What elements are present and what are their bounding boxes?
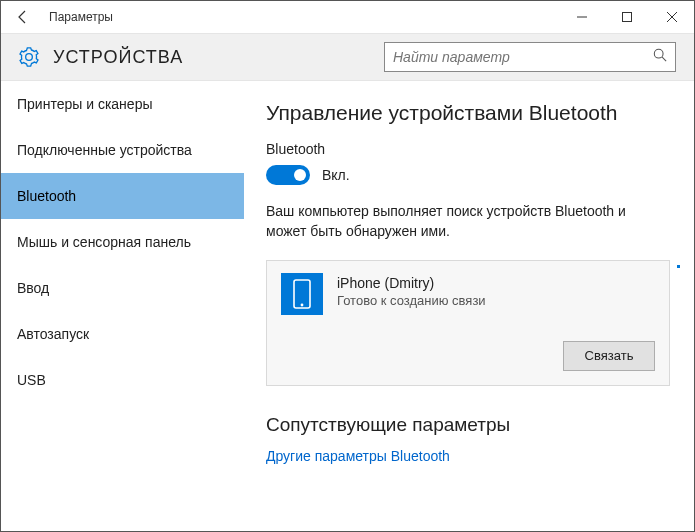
bluetooth-toggle-state: Вкл. xyxy=(322,167,350,183)
sidebar-item-label: Bluetooth xyxy=(17,188,76,204)
arrow-left-icon xyxy=(15,9,31,25)
bluetooth-description: Ваш компьютер выполняет поиск устройств … xyxy=(266,201,670,242)
sidebar: Принтеры и сканеры Подключенные устройст… xyxy=(1,81,244,531)
svg-point-4 xyxy=(654,49,663,58)
close-icon xyxy=(667,12,677,22)
phone-icon xyxy=(281,273,323,315)
sidebar-item-bluetooth[interactable]: Bluetooth xyxy=(1,173,244,219)
close-button[interactable] xyxy=(649,1,694,33)
maximize-button[interactable] xyxy=(604,1,649,33)
sidebar-item-autoplay[interactable]: Автозапуск xyxy=(1,311,244,357)
sidebar-item-label: Принтеры и сканеры xyxy=(17,96,152,112)
minimize-icon xyxy=(577,12,587,22)
svg-line-5 xyxy=(662,57,666,61)
search-input[interactable] xyxy=(393,49,647,65)
titlebar: Параметры xyxy=(1,1,694,33)
svg-point-8 xyxy=(301,303,304,306)
content-pane: Управление устройствами Bluetooth Blueto… xyxy=(244,81,694,531)
gear-icon xyxy=(19,47,39,67)
sidebar-item-connected-devices[interactable]: Подключенные устройства xyxy=(1,127,244,173)
minimize-button[interactable] xyxy=(559,1,604,33)
bluetooth-toggle[interactable] xyxy=(266,165,310,185)
body: Принтеры и сканеры Подключенные устройст… xyxy=(1,81,694,531)
sidebar-item-label: USB xyxy=(17,372,46,388)
window-controls xyxy=(559,1,694,33)
settings-window: Параметры УСТРОЙСТВА Принтеры и ск xyxy=(0,0,695,532)
device-name: iPhone (Dmitry) xyxy=(337,275,655,291)
device-actions: Связать xyxy=(281,341,655,371)
sidebar-item-label: Автозапуск xyxy=(17,326,89,342)
page-title: Управление устройствами Bluetooth xyxy=(266,101,670,125)
device-card[interactable]: iPhone (Dmitry) Готово к созданию связи … xyxy=(266,260,670,386)
search-box[interactable] xyxy=(384,42,676,72)
sidebar-item-label: Мышь и сенсорная панель xyxy=(17,234,191,250)
sidebar-item-label: Ввод xyxy=(17,280,49,296)
toggle-knob-icon xyxy=(294,169,306,181)
search-icon xyxy=(653,48,667,66)
scanning-indicator-icon xyxy=(677,265,680,268)
sidebar-item-mouse-touchpad[interactable]: Мышь и сенсорная панель xyxy=(1,219,244,265)
bluetooth-toggle-row: Вкл. xyxy=(266,165,670,185)
section-header: УСТРОЙСТВА xyxy=(1,33,694,81)
sidebar-item-usb[interactable]: USB xyxy=(1,357,244,403)
related-heading: Сопутствующие параметры xyxy=(266,414,670,436)
bluetooth-label: Bluetooth xyxy=(266,141,670,157)
svg-rect-1 xyxy=(622,13,631,22)
more-bluetooth-link[interactable]: Другие параметры Bluetooth xyxy=(266,448,670,464)
window-title: Параметры xyxy=(45,10,559,24)
section-title: УСТРОЙСТВА xyxy=(53,47,384,68)
device-status: Готово к созданию связи xyxy=(337,293,655,308)
sidebar-item-label: Подключенные устройства xyxy=(17,142,192,158)
sidebar-item-printers[interactable]: Принтеры и сканеры xyxy=(1,81,244,127)
sidebar-item-typing[interactable]: Ввод xyxy=(1,265,244,311)
maximize-icon xyxy=(622,12,632,22)
device-info: iPhone (Dmitry) Готово к созданию связи xyxy=(337,273,655,308)
device-row: iPhone (Dmitry) Готово к созданию связи xyxy=(281,273,655,315)
pair-button[interactable]: Связать xyxy=(563,341,655,371)
back-button[interactable] xyxy=(1,1,45,33)
